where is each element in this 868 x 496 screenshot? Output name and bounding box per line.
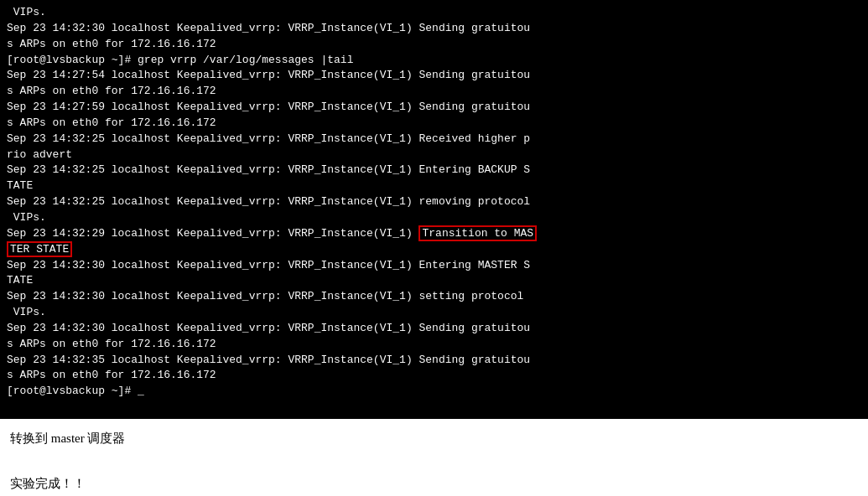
caption-line-1: 转换到 master 调度器	[10, 427, 858, 450]
terminal-window: VIPs. Sep 23 14:32:30 localhost Keepaliv…	[0, 0, 868, 419]
terminal-output: VIPs. Sep 23 14:32:30 localhost Keepaliv…	[7, 5, 861, 400]
caption-line-3: 实验完成！！	[10, 473, 858, 495]
caption-line-2	[10, 450, 858, 473]
caption-area: 转换到 master 调度器 实验完成！！	[0, 419, 868, 496]
